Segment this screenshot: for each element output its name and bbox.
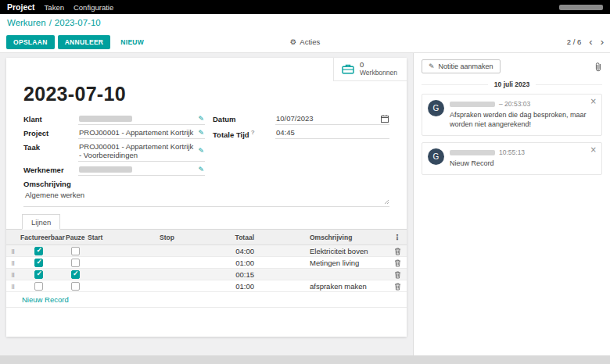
save-button[interactable]: OPSLAAN — [6, 35, 55, 49]
pauze-checkbox[interactable] — [71, 247, 80, 255]
drag-handle-icon[interactable]: ⠿ — [8, 273, 15, 279]
pager-prev-icon[interactable]: ‹ — [589, 37, 592, 47]
omschrijving-cell[interactable]: afspraken maken — [258, 280, 388, 292]
user-menu[interactable] — [559, 5, 603, 10]
message-time: 10:55:13 — [499, 148, 525, 156]
redacted-author-name — [450, 102, 495, 107]
facturerbaar-checkbox[interactable] — [34, 259, 43, 267]
actions-menu[interactable]: ⚙ Acties — [290, 37, 320, 46]
list-options-icon[interactable]: ⋮ — [393, 233, 401, 241]
col-totaal[interactable]: Totaal — [224, 230, 258, 245]
menu-configuratie[interactable]: Configuratie — [74, 3, 113, 12]
klant-label: Klant — [23, 113, 78, 125]
taak-label: Taak — [23, 141, 78, 162]
table-row: ⠿ 01:00 afspraken maken — [6, 280, 407, 292]
delete-row-icon[interactable] — [394, 271, 401, 279]
attachment-icon[interactable] — [594, 62, 602, 72]
col-start[interactable]: Start — [86, 230, 158, 245]
discard-button[interactable]: ANNULEER — [58, 35, 111, 49]
totale-tijd-value: 04:45 — [276, 128, 389, 137]
project-value[interactable]: PROJ00001 - Appartement Kortrijk — [79, 128, 195, 137]
edit-icon[interactable]: ✎ — [198, 147, 204, 155]
message-header: – 20:53:03 — [450, 100, 587, 108]
message-time: – 20:53:03 — [499, 100, 530, 108]
close-icon[interactable]: × — [590, 145, 597, 154]
taak-value[interactable]: PROJ00001 - Appartement Kortrijk - Voorb… — [79, 142, 195, 159]
edit-icon[interactable]: ✎ — [198, 166, 204, 173]
klant-input[interactable]: ✎ — [78, 113, 205, 125]
stop-cell[interactable] — [158, 269, 224, 280]
datum-input[interactable]: 10/07/2023 — [275, 113, 389, 125]
delete-row-icon[interactable] — [394, 283, 401, 291]
stop-cell[interactable] — [158, 257, 224, 269]
bottom-strip — [0, 355, 610, 364]
resize-handle-icon[interactable] — [384, 199, 389, 205]
new-button[interactable]: NIEUW — [113, 35, 151, 49]
pauze-checkbox[interactable] — [71, 282, 80, 291]
table-row: ⠿ 00:15 — [6, 269, 407, 280]
topbar: Project Taken Configuratie — [0, 0, 610, 14]
omschrijving-cell[interactable]: Elektriciteit boven — [258, 245, 388, 257]
help-icon[interactable]: ? — [251, 129, 255, 136]
delete-row-icon[interactable] — [394, 248, 401, 255]
record-title: 2023-07-10 — [6, 81, 407, 113]
start-cell[interactable] — [86, 257, 158, 269]
edit-icon[interactable]: ✎ — [198, 115, 204, 123]
start-cell[interactable] — [86, 245, 158, 257]
project-input[interactable]: PROJ00001 - Appartement Kortrijk ✎ — [78, 127, 205, 139]
totaal-cell[interactable]: 01:00 — [224, 280, 258, 292]
breadcrumb-separator: / — [49, 18, 52, 27]
drag-handle-icon[interactable]: ⠿ — [8, 261, 15, 267]
datum-value[interactable]: 10/07/2023 — [276, 114, 378, 123]
start-cell[interactable] — [86, 269, 158, 280]
pauze-checkbox[interactable] — [71, 259, 80, 267]
totaal-cell[interactable]: 01:00 — [224, 257, 258, 269]
taak-input[interactable]: PROJ00001 - Appartement Kortrijk - Voorb… — [78, 141, 205, 162]
col-stop[interactable]: Stop — [158, 230, 224, 245]
start-cell[interactable] — [86, 280, 158, 292]
lines-table-wrap: Factureerbaar Pauze Start Stop Totaal Om… — [6, 229, 407, 308]
edit-icon[interactable]: ✎ — [198, 129, 204, 137]
pager-next-icon[interactable]: › — [601, 37, 604, 47]
field-datum: Datum 10/07/2023 — [213, 113, 389, 125]
close-icon[interactable]: × — [590, 97, 597, 105]
breadcrumb-parent[interactable]: Werkuren — [7, 18, 46, 27]
briefcase-icon — [342, 64, 354, 74]
chatter-toolbar: ✎ Notitie aanmaken — [422, 59, 602, 73]
tab-lijnen[interactable]: Lijnen — [22, 214, 60, 230]
werkbonnen-label: Werkbonnen — [360, 70, 397, 77]
calendar-icon[interactable] — [381, 115, 389, 123]
omschrijving-cell[interactable] — [258, 269, 388, 280]
datum-label: Datum — [213, 113, 275, 125]
drag-handle-icon[interactable]: ⠿ — [8, 249, 15, 255]
log-note-button[interactable]: ✎ Notitie aanmaken — [422, 59, 501, 73]
werknemer-input[interactable]: ✎ — [78, 164, 205, 176]
facturerbaar-checkbox[interactable] — [34, 282, 43, 291]
avatar: G — [428, 100, 444, 116]
drag-handle-icon[interactable]: ⠿ — [8, 284, 15, 291]
omschrijving-cell[interactable]: Metingen living — [258, 257, 388, 269]
delete-row-icon[interactable] — [394, 259, 401, 267]
field-werknemer: Werknemer ✎ — [23, 164, 205, 176]
stop-cell[interactable] — [158, 280, 224, 292]
pauze-checkbox[interactable] — [71, 270, 80, 279]
control-panel: OPSLAAN ANNULEER NIEUW ⚙ Acties 2 / 6 ‹ … — [0, 31, 610, 53]
werkbonnen-stat-button[interactable]: 0 Werkbonnen — [333, 58, 407, 81]
content: 0 Werkbonnen 2023-07-10 Klant ✎ — [0, 53, 610, 355]
totaal-cell[interactable]: 04:00 — [224, 245, 258, 257]
app-menu-project[interactable]: Project — [7, 2, 35, 12]
menu-taken[interactable]: Taken — [45, 3, 64, 12]
message-header: 10:55:13 — [450, 148, 525, 156]
add-record-link[interactable]: Nieuw Record — [6, 292, 407, 308]
col-omschrijving[interactable]: Omschrijving — [258, 230, 388, 245]
handle-column-header — [6, 230, 19, 245]
facturerbaar-checkbox[interactable] — [34, 247, 43, 255]
col-pauze[interactable]: Pauze — [64, 230, 86, 245]
facturerbaar-checkbox[interactable] — [34, 270, 43, 279]
stop-cell[interactable] — [158, 245, 224, 257]
omschrijving-value: Algemene werken — [25, 191, 84, 199]
totaal-cell[interactable]: 00:15 — [224, 269, 258, 280]
redacted-klant-value — [79, 116, 132, 122]
omschrijving-textarea[interactable]: Algemene werken — [23, 188, 389, 207]
col-facturerbaar[interactable]: Factureerbaar — [19, 230, 64, 245]
